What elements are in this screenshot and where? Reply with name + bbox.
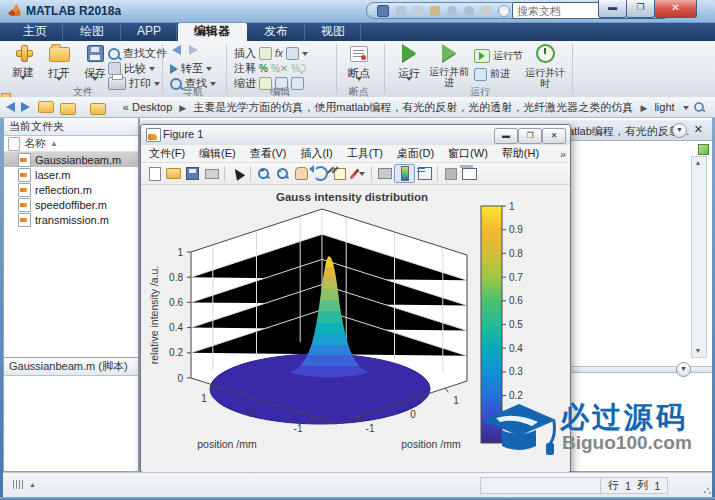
minimize-button[interactable]: ▬ [598,0,627,18]
tab-publish[interactable]: 发布 [248,22,305,41]
menu-view[interactable]: 查看(V) [250,146,287,161]
back-icon[interactable] [172,45,181,55]
scroll-up-icon[interactable]: ▲ [694,159,702,167]
hide-plot-tools-button[interactable] [441,165,460,182]
tab-view[interactable]: 视图 [306,22,361,41]
qat-undo-icon[interactable] [447,6,457,16]
editor-tab-menu-icon[interactable]: ▼ [672,123,687,138]
edit-plot-button[interactable] [228,165,247,182]
data-cursor-button[interactable] [330,165,349,182]
figure-close-button[interactable]: ✕ [542,128,566,144]
insert-section-icon[interactable] [259,47,272,60]
svg-text:0.4: 0.4 [509,343,523,354]
nav-back-icon[interactable] [6,102,15,112]
wrap-comment-icon[interactable]: %⤸ [291,63,306,75]
nav-forward-icon[interactable] [21,102,30,112]
up-folder-icon[interactable] [38,101,54,113]
menu-desktop[interactable]: 桌面(D) [397,146,434,161]
address-dropdown-icon[interactable] [683,106,689,110]
panel-toggle[interactable]: ▲ [6,477,43,492]
fig-print-button[interactable] [202,165,221,182]
window-title: MATLAB R2018a [26,4,121,18]
file-row-reflection[interactable]: reflection.m [4,182,138,197]
insert-chart-icon[interactable] [286,47,299,60]
run-section-button[interactable]: 运行节 [474,49,523,63]
qat-save-icon[interactable] [377,5,389,17]
file-row-laser[interactable]: laser.m [4,167,138,182]
tab-home[interactable]: 主页 [8,22,63,41]
tab-apps[interactable]: APP [122,22,177,41]
tab-plots[interactable]: 绘图 [64,22,121,41]
menu-window[interactable]: 窗口(W) [448,146,488,161]
fig-open-button[interactable] [164,165,183,182]
qat-help-icon[interactable] [498,5,510,17]
qat-print-icon[interactable] [481,6,491,16]
pan-hand-icon [295,167,308,180]
qat-cut-icon[interactable] [396,6,406,16]
address-search-icon[interactable] [694,102,704,112]
scroll-down-icon[interactable]: ▼ [694,347,702,355]
insert-fx-icon[interactable]: fx [275,48,283,59]
rotate3d-icon [313,166,328,181]
menu-edit[interactable]: 编辑(E) [199,146,236,161]
zoom-in-button[interactable]: + [254,165,273,182]
close-button[interactable]: ✕ [654,0,697,18]
run-time-button[interactable]: 运行并计时 [524,44,566,89]
insert-row[interactable]: 插入fx [234,46,308,61]
tab-editor[interactable]: 编辑器 [178,22,247,41]
current-folder-header[interactable]: 当前文件夹 [4,118,138,136]
zoom-out-button[interactable]: - [273,165,292,182]
fig-new-button[interactable] [145,165,164,182]
goto-button[interactable]: 转至 [170,61,212,76]
file-row-speedoffiber[interactable]: speedoffiber.m [4,197,138,212]
breadcrumb-separator2: ▶ [640,103,647,113]
brush-button[interactable] [349,165,368,182]
splitter-collapse-icon[interactable]: ▼ [676,362,691,377]
qat-copy-icon[interactable] [413,6,423,16]
find-files-icon [108,48,120,60]
link-plot-button[interactable] [375,165,394,182]
qat-paste-icon[interactable] [430,6,440,16]
code-analyzer-indicator [698,144,709,155]
resize-grip[interactable] [703,486,711,494]
editor-tab-title[interactable]: atlab编程，有光的反射... [568,124,689,139]
menu-file[interactable]: 文件(F) [149,146,185,161]
comment-icon[interactable]: % [259,63,268,74]
uncomment-icon[interactable]: %✕ [271,63,288,74]
advance-button[interactable]: 前进 [474,67,510,81]
browse-folder-icon[interactable] [60,103,76,115]
svg-text:1: 1 [201,393,207,404]
advance-icon [474,68,487,81]
editor-scrollbar[interactable]: ▲ ▼ [691,156,707,358]
menu-insert[interactable]: 插入(I) [300,146,332,161]
name-column-header[interactable]: 名称▲ [4,136,138,152]
breadcrumb[interactable]: « Desktop ▶ 主要是光学方面的仿真，使用matlab编程，有光的反射，… [123,100,675,115]
insert-legend-button[interactable] [415,165,434,182]
breadcrumb-current[interactable]: light [654,101,674,113]
file-row-gaussianbeam[interactable]: Gaussianbeam.m [4,152,138,167]
breadcrumb-folder[interactable]: 主要是光学方面的仿真，使用matlab编程，有光的反射，光的透射，光纤激光器之类… [193,101,633,113]
figure-title-bar[interactable]: Figure 1 ▬ ❐ ✕ [141,125,570,146]
current-folder-panel: 当前文件夹 名称▲ Gaussianbeam.m laser.m reflect… [3,117,139,359]
menu-help[interactable]: 帮助(H) [502,146,539,161]
file-row-transmission[interactable]: transmission.m [4,212,138,227]
rotate3d-button[interactable] [311,165,330,182]
plot-title: Gauss intensity distribution [276,191,428,203]
fig-save-button[interactable] [183,165,202,182]
show-plot-tools-button[interactable] [460,165,479,182]
find-files-button[interactable]: 查找文件 [108,46,167,61]
comment-row[interactable]: 注释%%✕%⤸ [234,61,306,76]
figure-maximize-button[interactable]: ❐ [518,128,542,144]
forward-icon[interactable] [189,45,198,55]
zoom-in-icon: + [258,168,269,179]
file-details-header[interactable]: Gaussianbeam.m (脚本) [4,358,138,376]
menu-overflow-icon[interactable]: » [560,148,566,160]
maximize-button[interactable]: ❐ [626,0,655,18]
insert-colorbar-button[interactable] [394,164,415,183]
run-advance-button[interactable]: 运行并前进 [428,44,470,88]
editor-tab-close-icon[interactable]: ✕ [694,123,703,136]
qat-redo-icon[interactable] [464,6,474,16]
figure-minimize-button[interactable]: ▬ [494,128,518,144]
breadcrumb-root[interactable]: Desktop [132,101,172,113]
menu-tools[interactable]: 工具(T) [347,146,383,161]
